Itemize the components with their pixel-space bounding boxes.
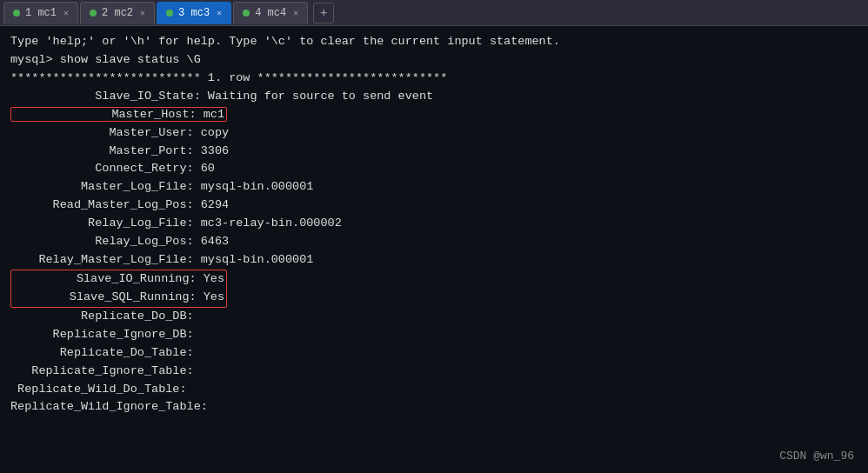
running-highlight-box: Slave_IO_Running: Yes Slave_SQL_Running:… (10, 270, 227, 308)
master-host-line: Master_Host: mc1 (10, 106, 858, 124)
connect_retry-line: Connect_Retry: 60 (10, 160, 858, 178)
replicate_wild_ignore_table-line: Replicate_Wild_Ignore_Table: (10, 398, 858, 416)
prompt-line: mysql> show slave status \G (10, 51, 858, 70)
master-host-highlight: Master_Host: mc1 (10, 107, 227, 122)
relay_master_log_file-line: Relay_Master_Log_File: mysql-bin.000001 (10, 251, 858, 270)
replicate_do_table-line: Replicate_Do_Table: (10, 344, 858, 363)
master_log_file-line: Master_Log_File: mysql-bin.000001 (10, 178, 858, 197)
add-tab-button[interactable]: + (313, 3, 334, 23)
slave-io-running-line: Slave_IO_Running: Yes (13, 270, 224, 289)
replicate_wild_do_table-line: Replicate_Wild_Do_Table: (10, 381, 858, 399)
row-separator: *************************** 1. row *****… (10, 70, 858, 88)
tab-tab3[interactable]: 3 mc3✕ (157, 2, 231, 24)
relay_log_file-line: Relay_Log_File: mc3-relay-bin.000002 (10, 215, 858, 233)
running-wrapper: Slave_IO_Running: Yes Slave_SQL_Running:… (10, 270, 858, 308)
tab-tab1[interactable]: 1 mc1✕ (3, 2, 78, 24)
terminal[interactable]: Type 'help;' or '\h' for help. Type '\c'… (0, 26, 868, 473)
slave-sql-running-line: Slave_SQL_Running: Yes (13, 289, 224, 307)
master_port-line: Master_Port: 3306 (10, 143, 858, 161)
watermark: CSDN @wn_96 (779, 450, 854, 463)
tab-tab4[interactable]: 4 mc4✕ (233, 2, 308, 24)
relay_log_pos-line: Relay_Log_Pos: 6463 (10, 233, 858, 251)
terminal-container: Type 'help;' or '\h' for help. Type '\c'… (0, 26, 868, 473)
tab-tab2[interactable]: 2 mc2✕ (80, 2, 155, 24)
help-line: Type 'help;' or '\h' for help. Type '\c'… (10, 33, 858, 51)
slave_io_state-line: Slave_IO_State: Waiting for source to se… (10, 88, 858, 106)
replicate_do_db-line: Replicate_Do_DB: (10, 308, 858, 326)
tab-bar: 1 mc1✕2 mc2✕3 mc3✕4 mc4✕+ (0, 0, 868, 26)
read_master_log_pos-line: Read_Master_Log_Pos: 6294 (10, 197, 858, 215)
replicate_ignore_db-line: Replicate_Ignore_DB: (10, 326, 858, 344)
replicate_ignore_table-line: Replicate_Ignore_Table: (10, 363, 858, 381)
master_user-line: Master_User: copy (10, 124, 858, 143)
